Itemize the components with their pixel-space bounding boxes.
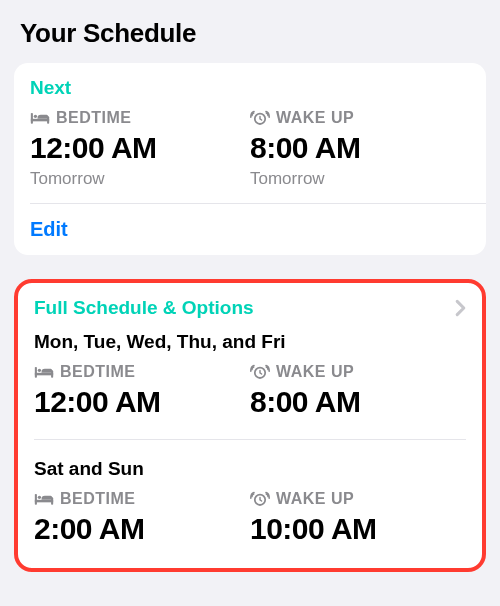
full-schedule-card: Full Schedule & Options Mon, Tue, Wed, T…	[14, 279, 486, 572]
bed-icon	[30, 111, 50, 125]
svg-rect-10	[35, 494, 37, 505]
edit-row: Edit	[30, 204, 470, 255]
schedule-block: Sat and Sun BEDTIME 2:00 AM	[34, 458, 466, 558]
next-header: Next	[30, 77, 470, 99]
next-bedtime-col: BEDTIME 12:00 AM Tomorrow	[30, 109, 250, 189]
svg-rect-7	[35, 373, 53, 376]
schedule-times-row: BEDTIME 2:00 AM	[34, 490, 466, 550]
schedule-block: Mon, Tue, Wed, Thu, and Fri BEDTIME	[34, 331, 466, 431]
wakeup-label: WAKE UP	[276, 363, 354, 381]
next-bedtime-time: 12:00 AM	[30, 131, 250, 165]
next-bedtime-sub: Tomorrow	[30, 169, 250, 189]
bedtime-col: BEDTIME 2:00 AM	[34, 490, 250, 550]
svg-point-8	[38, 369, 41, 372]
next-times-row: BEDTIME 12:00 AM Tomorrow WAKE UP	[30, 109, 470, 189]
bed-icon	[34, 365, 54, 379]
wakeup-col: WAKE UP 10:00 AM	[250, 490, 466, 550]
bedtime-col: BEDTIME 12:00 AM	[34, 363, 250, 423]
next-schedule-card: Next BEDTIME 12:00 AM Tomorrow	[14, 63, 486, 255]
schedule-times-row: BEDTIME 12:00 AM	[34, 363, 466, 423]
bed-icon	[34, 492, 54, 506]
alarm-icon	[250, 491, 270, 507]
wakeup-label-row: WAKE UP	[250, 109, 470, 127]
svg-rect-2	[31, 119, 49, 122]
divider	[34, 439, 466, 440]
svg-point-3	[34, 115, 37, 118]
wakeup-col: WAKE UP 8:00 AM	[250, 363, 466, 423]
wakeup-time: 8:00 AM	[250, 385, 466, 419]
next-wakeup-col: WAKE UP 8:00 AM Tomorrow	[250, 109, 470, 189]
bedtime-time: 12:00 AM	[34, 385, 250, 419]
full-schedule-header: Full Schedule & Options	[34, 297, 254, 319]
wakeup-time: 10:00 AM	[250, 512, 466, 546]
alarm-icon	[250, 364, 270, 380]
page-title: Your Schedule	[20, 18, 486, 49]
schedule-days: Sat and Sun	[34, 458, 466, 480]
svg-point-13	[38, 496, 41, 499]
bedtime-label-row: BEDTIME	[34, 490, 250, 508]
svg-rect-5	[35, 367, 37, 378]
next-wakeup-sub: Tomorrow	[250, 169, 470, 189]
next-wakeup-time: 8:00 AM	[250, 131, 470, 165]
bedtime-label: BEDTIME	[60, 490, 136, 508]
wakeup-label: WAKE UP	[276, 109, 354, 127]
bedtime-label: BEDTIME	[60, 363, 136, 381]
wakeup-label-row: WAKE UP	[250, 363, 466, 381]
alarm-icon	[250, 110, 270, 126]
wakeup-label: WAKE UP	[276, 490, 354, 508]
bedtime-time: 2:00 AM	[34, 512, 250, 546]
svg-rect-0	[31, 113, 33, 124]
edit-button[interactable]: Edit	[30, 218, 68, 240]
full-schedule-row[interactable]: Full Schedule & Options	[34, 297, 466, 319]
chevron-right-icon	[455, 299, 466, 317]
svg-rect-12	[35, 500, 53, 503]
wakeup-label-row: WAKE UP	[250, 490, 466, 508]
bedtime-label: BEDTIME	[56, 109, 132, 127]
bedtime-label-row: BEDTIME	[30, 109, 250, 127]
schedule-days: Mon, Tue, Wed, Thu, and Fri	[34, 331, 466, 353]
bedtime-label-row: BEDTIME	[34, 363, 250, 381]
